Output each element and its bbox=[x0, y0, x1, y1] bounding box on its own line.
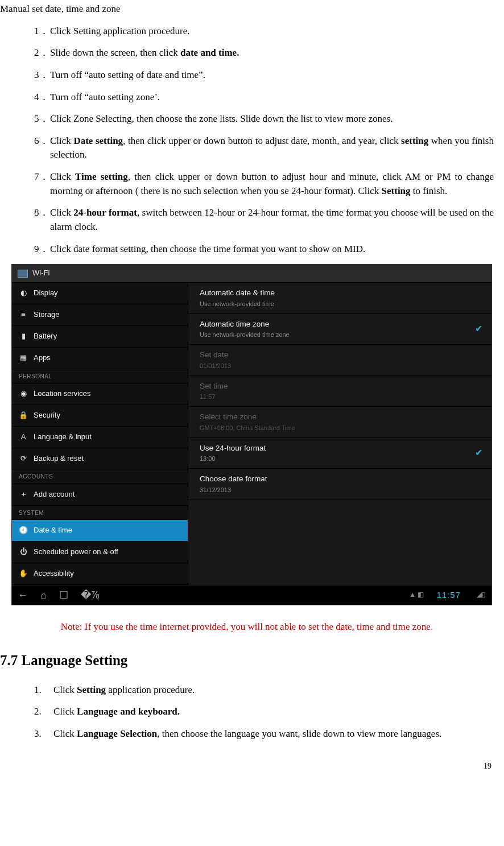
sidebar-label: Accessibility bbox=[34, 568, 74, 579]
manual-steps-list: 1．Click Setting application procedure.2．… bbox=[34, 24, 494, 257]
sidebar-item[interactable]: ALanguage & input bbox=[12, 427, 188, 448]
sidebar-icon: ⏻ bbox=[19, 548, 28, 557]
sidebar-icon: A bbox=[19, 432, 28, 441]
sidebar-label: Date & time bbox=[34, 525, 72, 536]
settings-row: Select time zoneGMT+08:00, China Standar… bbox=[188, 407, 491, 438]
sidebar-icon: ◉ bbox=[19, 389, 28, 398]
manual-step: 2．Slide down the screen, then click date… bbox=[34, 46, 494, 60]
step-number: 7． bbox=[34, 170, 49, 184]
sidebar-label: Storage bbox=[34, 309, 60, 320]
step-number: 4． bbox=[34, 90, 49, 105]
screenshot-topbar: Wi-Fi bbox=[12, 265, 491, 283]
row-label: Select time zone bbox=[200, 411, 480, 423]
sidebar-item[interactable]: ⏻Scheduled power on & off bbox=[12, 542, 188, 563]
sidebar-item[interactable]: ▮Battery bbox=[12, 326, 188, 348]
step-text: Click Language Selection, then choose th… bbox=[53, 728, 441, 739]
row-label: Use 24-hour format bbox=[200, 443, 480, 454]
settings-main-panel: Automatic date & timeUse network-provide… bbox=[188, 283, 491, 585]
manual-step: 6．Click Date setting, then click upper o… bbox=[34, 134, 494, 162]
step-text: Click Date setting, then click upper or … bbox=[50, 135, 494, 160]
page-title: Manual set date, time and zone bbox=[0, 2, 494, 16]
step-number: 2． bbox=[34, 46, 49, 60]
settings-sidebar: ◐Display≡Storage▮Battery▦AppsPERSONAL◉Lo… bbox=[12, 283, 188, 585]
lang-step: 2.Click Language and keyboard. bbox=[34, 705, 494, 719]
status-clock: 11:57 bbox=[436, 589, 461, 601]
manual-step: 7．Click Time setting, then click upper o… bbox=[34, 170, 494, 198]
sidebar-icon: 🔒 bbox=[19, 411, 28, 420]
home-icon[interactable]: ⌂ bbox=[40, 588, 47, 602]
sidebar-item[interactable]: ◐Display bbox=[12, 283, 188, 304]
status-tray-icon: ▲ ◧ bbox=[409, 590, 424, 600]
step-text: Click Language and keyboard. bbox=[53, 706, 180, 717]
sidebar-label: Apps bbox=[34, 353, 51, 364]
status-signal-icon: ◢▯ bbox=[477, 590, 486, 600]
sidebar-icon: 🕘 bbox=[19, 526, 28, 535]
row-sublabel: Use network-provided time bbox=[200, 300, 480, 309]
settings-screenshot: Wi-Fi ◐Display≡Storage▮Battery▦AppsPERSO… bbox=[11, 264, 492, 605]
sidebar-item[interactable]: ＋Add account bbox=[12, 484, 188, 506]
sidebar-item[interactable]: ≡Storage bbox=[12, 304, 188, 326]
page-number: 19 bbox=[0, 761, 494, 772]
row-sublabel: Use network-provided time zone bbox=[200, 331, 480, 340]
step-number: 5． bbox=[34, 112, 49, 126]
step-text: Click Setting application procedure. bbox=[50, 26, 190, 36]
row-label: Choose date format bbox=[200, 473, 480, 485]
step-number: 1． bbox=[34, 24, 49, 39]
row-sublabel: 11:57 bbox=[200, 393, 480, 402]
row-label: Automatic date & time bbox=[200, 287, 480, 299]
sidebar-item[interactable]: ◉Location services bbox=[12, 383, 188, 405]
screenshot-icon[interactable]: �⅞ bbox=[81, 588, 100, 602]
row-sublabel: 13:00 bbox=[200, 455, 480, 464]
lang-step: 3.Click Language Selection, then choose … bbox=[34, 727, 494, 741]
step-text: Click 24-hour format, switch between 12-… bbox=[50, 207, 494, 232]
sidebar-header: PERSONAL bbox=[12, 369, 188, 384]
step-text: Click Setting application procedure. bbox=[53, 684, 195, 695]
sidebar-item[interactable]: ✋Accessibility bbox=[12, 563, 188, 585]
row-sublabel: 01/01/2013 bbox=[200, 362, 480, 371]
back-icon[interactable]: ← bbox=[18, 588, 28, 602]
sidebar-icon: ＋ bbox=[19, 490, 28, 499]
sidebar-item[interactable]: 🕘Date & time bbox=[12, 520, 188, 542]
sidebar-icon: ▦ bbox=[19, 353, 28, 362]
lang-step: 1.Click Setting application procedure. bbox=[34, 683, 494, 698]
manual-step: 3．Turn off “auto setting of date and tim… bbox=[34, 68, 494, 82]
sidebar-item[interactable]: ⟳Backup & reset bbox=[12, 448, 188, 470]
row-sublabel: GMT+08:00, China Standard Time bbox=[200, 424, 480, 433]
manual-step: 1．Click Setting application procedure. bbox=[34, 24, 494, 39]
sidebar-label: Backup & reset bbox=[34, 453, 84, 464]
step-text: Click date format setting, then choose t… bbox=[50, 244, 365, 254]
step-number: 9． bbox=[34, 242, 49, 257]
row-label: Set time bbox=[200, 381, 480, 392]
settings-row[interactable]: Use 24-hour format13:00✔ bbox=[188, 438, 491, 469]
sidebar-label: Add account bbox=[34, 489, 75, 500]
sidebar-item[interactable]: 🔒Security bbox=[12, 405, 188, 427]
step-number: 1. bbox=[34, 683, 42, 698]
manual-step: 9．Click date format setting, then choose… bbox=[34, 242, 494, 257]
manual-step: 4．Turn off “auto setting zone’. bbox=[34, 90, 494, 105]
warning-note: Note: If you use the time internet provi… bbox=[6, 620, 488, 634]
manual-step: 5．Click Zone Selecting, then choose the … bbox=[34, 112, 494, 126]
sidebar-label: Display bbox=[34, 288, 58, 299]
step-number: 6． bbox=[34, 134, 49, 148]
settings-row[interactable]: Automatic date & timeUse network-provide… bbox=[188, 283, 491, 314]
step-text: Slide down the screen, then click date a… bbox=[50, 47, 239, 58]
step-number: 3． bbox=[34, 68, 49, 82]
settings-row[interactable]: Choose date format31/12/2013 bbox=[188, 469, 491, 500]
sidebar-label: Battery bbox=[34, 331, 57, 342]
step-text: Turn off “auto setting zone’. bbox=[50, 92, 160, 102]
step-text: Click Time setting, then click upper or … bbox=[50, 171, 494, 196]
sidebar-item[interactable]: ▦Apps bbox=[12, 348, 188, 369]
sidebar-icon: ▮ bbox=[19, 332, 28, 341]
settings-row: Set date01/01/2013 bbox=[188, 345, 491, 376]
wifi-tile-icon bbox=[18, 270, 28, 278]
step-text: Click Zone Selecting, then choose the zo… bbox=[50, 113, 393, 124]
sidebar-icon: ≡ bbox=[19, 310, 28, 319]
topbar-label: Wi-Fi bbox=[32, 268, 49, 279]
row-label: Set date bbox=[200, 349, 480, 361]
sidebar-label: Scheduled power on & off bbox=[34, 547, 118, 558]
sidebar-label: Language & input bbox=[34, 432, 92, 443]
sidebar-icon: ◐ bbox=[19, 289, 28, 298]
recent-icon[interactable]: ☐ bbox=[59, 588, 68, 602]
step-text: Turn off “auto setting of date and time”… bbox=[50, 69, 205, 80]
settings-row[interactable]: Automatic time zoneUse network-provided … bbox=[188, 314, 491, 345]
